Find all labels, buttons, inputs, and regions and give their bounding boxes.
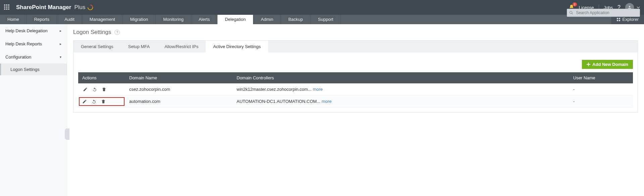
brand-swirl-icon bbox=[87, 4, 93, 10]
th-domain-name: Domain Name bbox=[125, 72, 233, 83]
add-btn-label: Add New Domain bbox=[592, 62, 628, 67]
tab-active-directory-settings[interactable]: Active Directory Settings bbox=[206, 41, 268, 52]
search-icon bbox=[569, 10, 573, 15]
sidebar: Help Desk Delegation ▸ Help Desk Reports… bbox=[0, 24, 67, 196]
nav-monitoring[interactable]: Monitoring bbox=[156, 15, 191, 24]
cell-domain-name: csez.zohocorpin.com bbox=[125, 83, 233, 95]
edit-icon[interactable] bbox=[82, 99, 87, 104]
row-actions-highlighted bbox=[79, 97, 125, 106]
nav-reports[interactable]: Reports bbox=[27, 15, 57, 24]
app-launcher-icon[interactable] bbox=[4, 4, 10, 10]
domain-table: Actions Domain Name Domain Controllers U… bbox=[78, 72, 633, 108]
chevron-right-icon: ▸ bbox=[60, 29, 61, 33]
nav-audit[interactable]: Audit bbox=[57, 15, 82, 24]
refresh-icon[interactable] bbox=[92, 87, 97, 92]
nav-alerts[interactable]: Alerts bbox=[191, 15, 217, 24]
delete-icon[interactable] bbox=[101, 99, 106, 104]
main-content: Logon Settings ? General Settings Setup … bbox=[67, 24, 644, 196]
th-actions: Actions bbox=[78, 72, 125, 83]
page-title-row: Logon Settings ? bbox=[73, 29, 638, 36]
edit-icon[interactable] bbox=[83, 87, 88, 92]
cell-user-name: - bbox=[569, 95, 633, 108]
sidebar-item-label: Configuration bbox=[5, 54, 31, 60]
search-box[interactable] bbox=[567, 9, 640, 17]
top-bar: SharePoint Manager Plus 2 License Jobs ? bbox=[0, 0, 644, 15]
brand-logo: SharePoint Manager Plus bbox=[16, 4, 93, 11]
primary-nav: Home Reports Audit Management Migration … bbox=[0, 15, 644, 24]
tab-general-settings[interactable]: General Settings bbox=[73, 41, 121, 52]
page-help-icon[interactable]: ? bbox=[114, 30, 120, 35]
sidebar-subitem-logon-settings[interactable]: Logon Settings bbox=[0, 64, 67, 75]
nav-home[interactable]: Home bbox=[0, 15, 27, 24]
plus-icon bbox=[587, 63, 590, 66]
th-domain-controllers: Domain Controllers bbox=[233, 72, 569, 83]
more-link[interactable]: more bbox=[321, 99, 332, 104]
search-input[interactable] bbox=[575, 10, 640, 15]
sidebar-item-label: Help Desk Delegation bbox=[5, 28, 48, 33]
cell-domain-controllers: AUTOMATION-DC1.AUTOMATION.COM... more bbox=[233, 95, 569, 108]
tab-panel: Add New Domain Actions Domain Name Domai… bbox=[73, 52, 638, 113]
table-row: csez.zohocorpin.com win2k12master.csez.z… bbox=[78, 83, 633, 95]
more-link[interactable]: more bbox=[313, 87, 323, 92]
tab-allow-restrict-ips[interactable]: Allow/Restrict IPs bbox=[157, 41, 206, 52]
chevron-right-icon: ▸ bbox=[60, 42, 61, 46]
table-row: automation.com AUTOMATION-DC1.AUTOMATION… bbox=[78, 95, 633, 108]
row-actions bbox=[82, 87, 121, 92]
cell-user-name: - bbox=[569, 83, 633, 95]
sidebar-item-help-desk-delegation[interactable]: Help Desk Delegation ▸ bbox=[0, 24, 67, 37]
add-new-domain-button[interactable]: Add New Domain bbox=[582, 60, 633, 69]
cell-domain-name: automation.com bbox=[125, 95, 233, 108]
brand-strong: SharePoint Manager bbox=[16, 4, 71, 11]
notification-badge: 2 bbox=[573, 2, 577, 6]
settings-tabs: General Settings Setup MFA Allow/Restric… bbox=[73, 40, 638, 52]
refresh-icon[interactable] bbox=[92, 99, 96, 104]
nav-management[interactable]: Management bbox=[82, 15, 123, 24]
cell-domain-controllers: win2k12master.csez.zohocorpin.com... mor… bbox=[233, 83, 569, 95]
dc-text: win2k12master.csez.zohocorpin.com... bbox=[237, 87, 313, 92]
delete-icon[interactable] bbox=[102, 87, 106, 92]
nav-support[interactable]: Support bbox=[311, 15, 341, 24]
sidebar-item-configuration[interactable]: Configuration ▾ bbox=[0, 50, 67, 64]
nav-delegation[interactable]: Delegation bbox=[217, 15, 253, 24]
tab-setup-mfa[interactable]: Setup MFA bbox=[121, 41, 157, 52]
nav-migration[interactable]: Migration bbox=[123, 15, 156, 24]
explorer-icon bbox=[616, 17, 621, 22]
table-header-row: Actions Domain Name Domain Controllers U… bbox=[78, 72, 633, 83]
sidebar-item-label: Help Desk Reports bbox=[5, 41, 42, 46]
nav-backup[interactable]: Backup bbox=[281, 15, 310, 24]
th-user-name: User Name bbox=[569, 72, 633, 83]
page-title: Logon Settings bbox=[73, 29, 111, 36]
add-btn-row: Add New Domain bbox=[78, 60, 633, 69]
sidebar-item-help-desk-reports[interactable]: Help Desk Reports ▸ bbox=[0, 37, 67, 50]
sidebar-collapse-handle[interactable] bbox=[65, 128, 69, 140]
dc-text: AUTOMATION-DC1.AUTOMATION.COM... bbox=[237, 99, 321, 104]
chevron-down-icon: ▾ bbox=[60, 55, 61, 59]
brand-light: Plus bbox=[74, 4, 85, 11]
body-layout: Help Desk Delegation ▸ Help Desk Reports… bbox=[0, 24, 644, 196]
nav-admin[interactable]: Admin bbox=[253, 15, 281, 24]
